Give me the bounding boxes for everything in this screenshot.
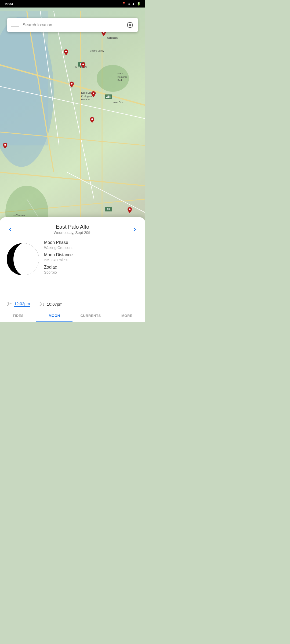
svg-line-6: [54, 11, 94, 199]
moonset-value: 10:07pm: [47, 302, 62, 306]
moon-distance-label: Moon Distance: [44, 253, 140, 257]
panel-header: East Palo Alto Wednesday, Sept 20th: [0, 217, 145, 236]
tab-tides[interactable]: TIDES: [0, 310, 36, 322]
moon-zodiac-label: Zodiac: [44, 265, 140, 270]
moon-visual: [5, 239, 40, 279]
dnd-icon: ⊖: [128, 2, 130, 6]
map-marker-3: [81, 62, 85, 69]
moon-phase-value: Waxing Crescent: [44, 246, 140, 250]
map-marker-8: [128, 207, 132, 214]
moon-phase-image: [7, 243, 39, 275]
tab-moon[interactable]: MOON: [36, 310, 73, 322]
moon-distance-value: 239,370 miles: [44, 258, 140, 262]
map-marker-4: [70, 82, 74, 89]
location-info: East Palo Alto Wednesday, Sept 20th: [15, 224, 130, 235]
moonrise-value: 12:32pm: [14, 301, 30, 307]
svg-point-28: [91, 118, 93, 120]
menu-button[interactable]: [11, 21, 19, 29]
time-row: ☽↑ 12:32pm ☽↓ 10:07pm: [0, 299, 145, 310]
battery-icon: 🔋: [137, 2, 141, 6]
moon-set-time: ☽↓ 10:07pm: [38, 301, 62, 307]
moonset-icon: ☽↓: [38, 301, 45, 307]
moon-content: Moon Phase Waxing Crescent Moon Distance…: [0, 236, 145, 299]
moon-details: Moon Phase Waxing Crescent Moon Distance…: [40, 239, 140, 277]
map-marker-7: [3, 143, 7, 150]
svg-line-13: [67, 172, 145, 213]
location-name: East Palo Alto: [15, 224, 130, 230]
map-marker-6: [90, 117, 94, 124]
wifi-icon: ▲: [132, 2, 135, 6]
moonrise-icon: ☽↑: [5, 301, 12, 307]
svg-point-30: [129, 208, 130, 210]
search-input[interactable]: [23, 23, 122, 27]
status-icons: 📍 ⊖ ▲ 🔋: [122, 2, 141, 6]
tab-more[interactable]: MORE: [109, 310, 145, 322]
svg-point-27: [93, 93, 94, 94]
next-date-button[interactable]: [130, 225, 140, 234]
svg-line-10: [0, 172, 145, 186]
svg-point-29: [4, 144, 6, 146]
moon-zodiac-value: Scorpio: [44, 270, 140, 275]
svg-point-31: [129, 24, 131, 26]
svg-point-24: [65, 51, 67, 52]
prev-date-button[interactable]: [5, 225, 15, 234]
status-bar: 19:34 📍 ⊖ ▲ 🔋: [0, 0, 145, 8]
tab-currents[interactable]: CURRENTS: [73, 310, 109, 322]
bottom-panel: East Palo Alto Wednesday, Sept 20th Moon…: [0, 217, 145, 322]
moon-rise-time: ☽↑ 12:32pm: [5, 301, 30, 307]
map-marker-2: [64, 49, 68, 56]
settings-button[interactable]: [126, 21, 134, 29]
svg-point-20: [97, 65, 129, 92]
location-icon: 📍: [122, 2, 126, 6]
location-date: Wednesday, Sept 20th: [15, 230, 130, 235]
svg-text:85: 85: [107, 208, 110, 211]
tab-bar: TIDES MOON CURRENTS MORE: [0, 310, 145, 322]
moon-phase-label: Moon Phase: [44, 240, 140, 245]
svg-text:238: 238: [106, 95, 111, 98]
svg-point-26: [71, 83, 73, 85]
map-marker-5: [91, 91, 96, 98]
svg-point-25: [82, 64, 84, 65]
search-bar: [7, 18, 138, 32]
status-time: 19:34: [4, 2, 13, 6]
